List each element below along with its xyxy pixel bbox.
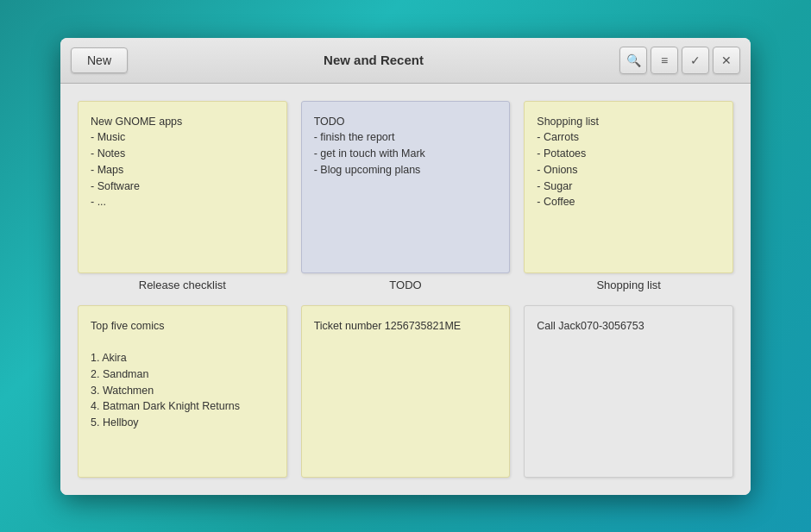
note-card-release-checklist[interactable]: New GNOME apps - Music - Notes - Maps - … — [78, 101, 287, 273]
note-text-call-jack: Call Jack070-3056753 — [537, 318, 720, 465]
note-label-release-checklist: Release checklist — [78, 279, 287, 291]
note-text-top-five-comics: Top five comics 1. Akira 2. Sandman 3. W… — [91, 318, 274, 465]
note-card-call-jack[interactable]: Call Jack070-3056753 — [524, 305, 733, 478]
note-card-shopping-list[interactable]: Shopping list - Carrots - Potatoes - Oni… — [524, 101, 733, 273]
note-card-top-five-comics[interactable]: Top five comics 1. Akira 2. Sandman 3. W… — [78, 305, 287, 478]
menu-icon: ≡ — [661, 53, 668, 67]
note-text-todo: TODO - finish the report - get in touch … — [314, 114, 498, 260]
titlebar: New New and Recent 🔍 ≡ ✓ ✕ — [60, 38, 751, 84]
window-title: New and Recent — [128, 53, 619, 67]
note-wrapper-call-jack: Call Jack070-3056753 — [524, 305, 733, 478]
search-button[interactable]: 🔍 — [619, 47, 647, 74]
note-label-shopping-list: Shopping list — [524, 279, 733, 291]
main-window: New New and Recent 🔍 ≡ ✓ ✕ New GNOME app… — [60, 38, 751, 495]
note-card-ticket-number[interactable]: Ticket number 1256735821ME — [301, 305, 511, 478]
search-icon: 🔍 — [626, 53, 641, 67]
note-text-ticket-number: Ticket number 1256735821ME — [314, 318, 498, 465]
note-wrapper-top-five-comics: Top five comics 1. Akira 2. Sandman 3. W… — [78, 305, 287, 478]
close-button[interactable]: ✕ — [713, 47, 740, 74]
check-icon: ✓ — [690, 53, 701, 67]
note-wrapper-todo: TODO - finish the report - get in touch … — [301, 101, 511, 291]
notes-grid: New GNOME apps - Music - Notes - Maps - … — [60, 84, 751, 495]
note-wrapper-shopping-list: Shopping list - Carrots - Potatoes - Oni… — [524, 101, 733, 291]
note-text-release-checklist: New GNOME apps - Music - Notes - Maps - … — [91, 114, 274, 260]
note-wrapper-release-checklist: New GNOME apps - Music - Notes - Maps - … — [78, 101, 287, 291]
confirm-button[interactable]: ✓ — [682, 47, 709, 74]
new-button[interactable]: New — [71, 47, 128, 73]
titlebar-buttons: 🔍 ≡ ✓ ✕ — [619, 47, 740, 74]
menu-button[interactable]: ≡ — [651, 47, 678, 74]
note-label-todo: TODO — [301, 279, 511, 291]
close-icon: ✕ — [721, 53, 732, 67]
note-wrapper-ticket-number: Ticket number 1256735821ME — [301, 305, 511, 478]
note-text-shopping-list: Shopping list - Carrots - Potatoes - Oni… — [537, 114, 720, 260]
note-card-todo[interactable]: TODO - finish the report - get in touch … — [301, 101, 511, 273]
